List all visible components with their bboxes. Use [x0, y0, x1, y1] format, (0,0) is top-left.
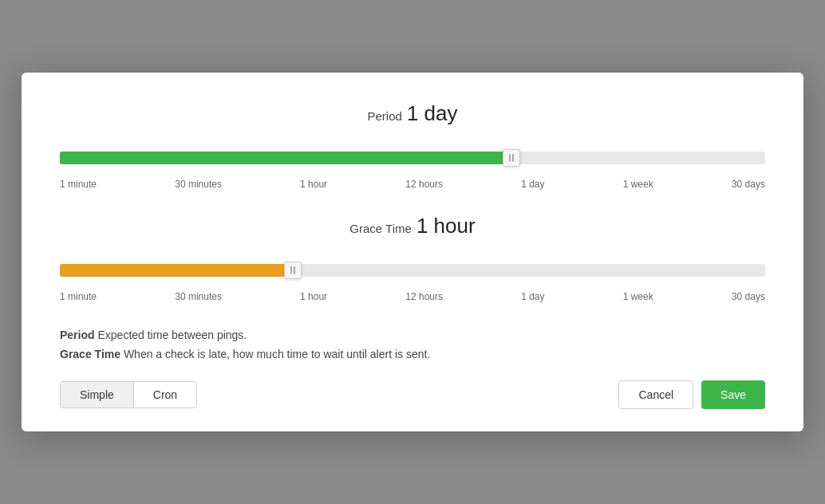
g-tick-30day: 30 days: [732, 291, 765, 302]
period-desc-text: Expected time between pings.: [95, 329, 247, 341]
period-slider-container[interactable]: [60, 140, 765, 175]
thumb-line-1: [509, 154, 511, 162]
period-title: Period1 day: [60, 101, 765, 126]
dialog: Period1 day 1 minute 30 minutes 1 hour: [22, 73, 803, 431]
grace-desc-label: Grace Time: [60, 348, 120, 360]
tick-1min: 1 minute: [60, 179, 97, 190]
grace-slider-container[interactable]: [60, 253, 765, 288]
tick-1wk: 1 week: [623, 179, 653, 190]
period-description: Period Expected time between pings.: [60, 326, 765, 345]
thumb-line-g1: [290, 266, 292, 274]
grace-title: Grace Time1 hour: [60, 214, 765, 238]
g-tick-30min: 30 minutes: [175, 291, 222, 302]
tab-group: Simple Cron: [60, 381, 197, 408]
g-tick-1hr: 1 hour: [300, 291, 327, 302]
period-tick-labels: 1 minute 30 minutes 1 hour 12 hours 1 da…: [60, 179, 765, 190]
period-slider-track: [60, 152, 765, 164]
g-tick-12hr: 12 hours: [405, 291, 443, 302]
g-tick-1min: 1 minute: [60, 291, 97, 302]
thumb-grip: [509, 154, 514, 162]
period-slider-fill: [60, 152, 511, 164]
grace-description: Grace Time When a check is late, how muc…: [60, 345, 765, 364]
grace-value: 1 hour: [416, 214, 476, 238]
cancel-button[interactable]: Cancel: [618, 380, 693, 409]
tick-30min: 30 minutes: [175, 179, 222, 190]
period-value: 1 day: [407, 101, 458, 125]
modal-overlay: Period1 day 1 minute 30 minutes 1 hour: [0, 0, 825, 504]
period-section: Period1 day 1 minute 30 minutes 1 hour: [60, 101, 765, 190]
tick-30day: 30 days: [732, 179, 765, 190]
grace-slider-fill: [60, 264, 293, 277]
tick-1hr: 1 hour: [300, 179, 327, 190]
period-slider-thumb[interactable]: [503, 149, 520, 167]
grace-label: Grace Time: [349, 222, 412, 235]
thumb-grip-grace: [290, 266, 295, 274]
tick-1day: 1 day: [521, 179, 544, 190]
description: Period Expected time between pings. Grac…: [60, 326, 765, 364]
g-tick-1day: 1 day: [521, 291, 544, 302]
footer: Simple Cron Cancel Save: [60, 380, 765, 409]
tab-cron[interactable]: Cron: [134, 382, 196, 408]
thumb-line-g2: [294, 266, 295, 274]
grace-slider-track: [60, 264, 765, 277]
thumb-line-2: [512, 154, 514, 162]
period-desc-label: Period: [60, 329, 95, 341]
action-buttons: Cancel Save: [618, 380, 765, 409]
tick-12hr: 12 hours: [405, 179, 443, 190]
grace-slider-thumb[interactable]: [284, 262, 302, 279]
tab-simple[interactable]: Simple: [61, 382, 134, 408]
grace-tick-labels: 1 minute 30 minutes 1 hour 12 hours 1 da…: [60, 291, 765, 302]
save-button[interactable]: Save: [701, 380, 765, 409]
period-label: Period: [368, 109, 402, 123]
grace-desc-text: When a check is late, how much time to w…: [120, 348, 430, 360]
g-tick-1wk: 1 week: [623, 291, 653, 302]
grace-section: Grace Time1 hour 1 minute 30 minutes 1 h…: [60, 214, 765, 302]
